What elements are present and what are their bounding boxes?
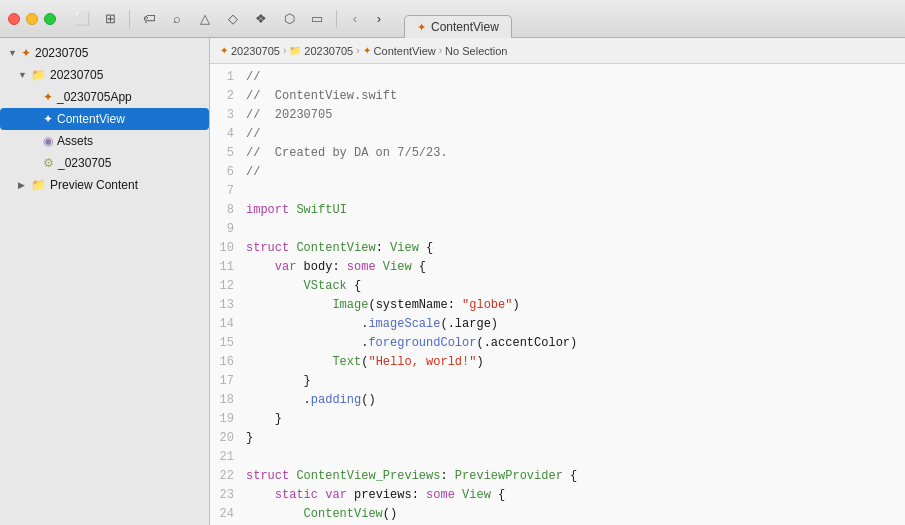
- breadcrumb-sep-1: ›: [283, 45, 286, 56]
- code-line-9: 9: [210, 220, 905, 239]
- code-container: ✦ 20230705 › 📁 20230705 › ✦ ContentView …: [210, 38, 905, 525]
- breadcrumb-folder-icon: 📁: [289, 45, 301, 56]
- titlebar: ⬜ ⊞ 🏷 ⌕ △ ◇ ❖ ⬡ ▭ ‹ › ✦ ContentView: [0, 0, 905, 38]
- code-line-6: 6 //: [210, 163, 905, 182]
- breadcrumb-swift-icon-2: ✦: [363, 45, 371, 56]
- back-button[interactable]: ‹: [344, 8, 366, 30]
- code-line-19: 19 }: [210, 410, 905, 429]
- nav-buttons: ‹ ›: [344, 8, 390, 30]
- code-line-14: 14 .imageScale(.large): [210, 315, 905, 334]
- tab-label: ContentView: [431, 20, 499, 34]
- code-line-23: 23 static var previews: some View {: [210, 486, 905, 505]
- sidebar-label-folder: 20230705: [50, 68, 103, 82]
- maximize-button[interactable]: [44, 13, 56, 25]
- code-line-21: 21: [210, 448, 905, 467]
- swift-tab-icon: ✦: [417, 21, 426, 34]
- sidebar-item-app[interactable]: ✦ _0230705App: [0, 86, 209, 108]
- breadcrumb-label-1: 20230705: [231, 45, 280, 57]
- folder-preview-icon: 📁: [31, 178, 46, 192]
- code-line-24: 24 ContentView(): [210, 505, 905, 524]
- breadcrumb-contentview[interactable]: ✦ ContentView: [363, 45, 436, 57]
- sidebar-item-config[interactable]: ⚙ _0230705: [0, 152, 209, 174]
- info-icon[interactable]: ◇: [221, 7, 245, 31]
- sidebar-label-preview: Preview Content: [50, 178, 138, 192]
- folder-icon: 📁: [31, 68, 46, 82]
- code-line-12: 12 VStack {: [210, 277, 905, 296]
- breadcrumb: ✦ 20230705 › 📁 20230705 › ✦ ContentView …: [210, 38, 905, 64]
- sidebar-label-assets: Assets: [57, 134, 93, 148]
- breadcrumb-label-2: 20230705: [304, 45, 353, 57]
- code-line-2: 2 // ContentView.swift: [210, 87, 905, 106]
- shapes-icon[interactable]: ❖: [249, 7, 273, 31]
- code-line-17: 17 }: [210, 372, 905, 391]
- close-button[interactable]: [8, 13, 20, 25]
- traffic-lights: [8, 13, 56, 25]
- code-line-18: 18 .padding(): [210, 391, 905, 410]
- divider-1: [129, 10, 130, 28]
- breadcrumb-sep-2: ›: [356, 45, 359, 56]
- sidebar-label-root: 20230705: [35, 46, 88, 60]
- code-line-22: 22 struct ContentView_Previews: PreviewP…: [210, 467, 905, 486]
- code-line-8: 8 import SwiftUI: [210, 201, 905, 220]
- code-line-7: 7: [210, 182, 905, 201]
- breadcrumb-noselection[interactable]: No Selection: [445, 45, 507, 57]
- asset-icon: ◉: [43, 134, 53, 148]
- code-line-1: 1 //: [210, 68, 905, 87]
- chevron-preview: [18, 180, 28, 190]
- swift-contentview-icon: ✦: [43, 112, 53, 126]
- toolbar: ⬜ ⊞ 🏷 ⌕ △ ◇ ❖ ⬡ ▭ ‹ ›: [70, 7, 390, 31]
- sidebar: ✦ 20230705 📁 20230705 ✦ _0230705App ✦ Co…: [0, 38, 210, 525]
- swift-app-icon: ✦: [43, 90, 53, 104]
- warning-icon[interactable]: △: [193, 7, 217, 31]
- bubble-icon[interactable]: ⬡: [277, 7, 301, 31]
- sidebar-label-contentview: ContentView: [57, 112, 125, 126]
- sidebar-item-root[interactable]: ✦ 20230705: [0, 42, 209, 64]
- code-line-11: 11 var body: some View {: [210, 258, 905, 277]
- config-icon: ⚙: [43, 156, 54, 170]
- chevron-root: [8, 48, 18, 58]
- swift-root-icon: ✦: [21, 46, 31, 60]
- code-line-3: 3 // 20230705: [210, 106, 905, 125]
- sidebar-label-config: _0230705: [58, 156, 111, 170]
- breadcrumb-sep-3: ›: [439, 45, 442, 56]
- code-line-4: 4 //: [210, 125, 905, 144]
- code-line-20: 20 }: [210, 429, 905, 448]
- rect-icon[interactable]: ▭: [305, 7, 329, 31]
- sidebar-item-contentview[interactable]: ✦ ContentView: [0, 108, 209, 130]
- tag-icon[interactable]: 🏷: [137, 7, 161, 31]
- code-line-5: 5 // Created by DA on 7/5/23.: [210, 144, 905, 163]
- grid-icon[interactable]: ⊞: [98, 7, 122, 31]
- code-line-15: 15 .foregroundColor(.accentColor): [210, 334, 905, 353]
- breadcrumb-label-3: ContentView: [374, 45, 436, 57]
- breadcrumb-swift-icon-1: ✦: [220, 45, 228, 56]
- sidebar-item-folder[interactable]: 📁 20230705: [0, 64, 209, 86]
- code-line-10: 10 struct ContentView: View {: [210, 239, 905, 258]
- contentview-tab[interactable]: ✦ ContentView: [404, 15, 512, 38]
- code-area[interactable]: 1 // 2 // ContentView.swift 3 // 2023070…: [210, 64, 905, 525]
- forward-button[interactable]: ›: [368, 8, 390, 30]
- sidebar-toggle-icon[interactable]: ⬜: [70, 7, 94, 31]
- breadcrumb-root[interactable]: ✦ 20230705: [220, 45, 280, 57]
- divider-2: [336, 10, 337, 28]
- breadcrumb-label-4: No Selection: [445, 45, 507, 57]
- sidebar-item-preview[interactable]: 📁 Preview Content: [0, 174, 209, 196]
- chevron-folder: [18, 70, 28, 80]
- sidebar-label-app: _0230705App: [57, 90, 132, 104]
- breadcrumb-folder[interactable]: 📁 20230705: [289, 45, 353, 57]
- minimize-button[interactable]: [26, 13, 38, 25]
- search-icon[interactable]: ⌕: [165, 7, 189, 31]
- sidebar-item-assets[interactable]: ◉ Assets: [0, 130, 209, 152]
- code-line-16: 16 Text("Hello, world!"): [210, 353, 905, 372]
- code-line-13: 13 Image(systemName: "globe"): [210, 296, 905, 315]
- main-area: ✦ 20230705 📁 20230705 ✦ _0230705App ✦ Co…: [0, 38, 905, 525]
